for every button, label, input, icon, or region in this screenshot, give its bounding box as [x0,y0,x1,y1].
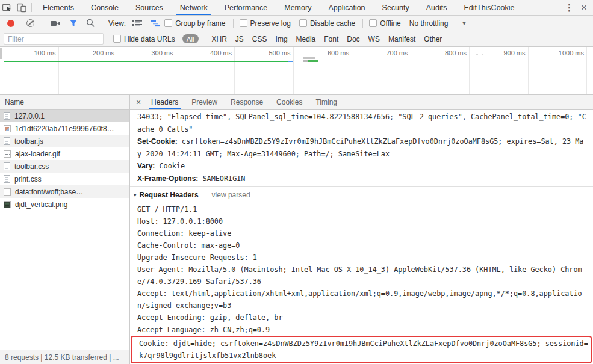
group-by-frame-checkbox[interactable] [164,19,172,27]
table-row[interactable]: data:font/woff;base… [0,185,129,198]
raw-header-line: GET / HTTP/1.1 [130,203,593,215]
filter-type-ws[interactable]: WS [368,35,380,43]
tab-cookies[interactable]: Cookies [270,95,309,109]
tab-performance[interactable]: Performance [216,0,276,15]
filter-type-media[interactable]: Media [296,35,316,43]
filter-type-manifest[interactable]: Manifest [388,35,415,43]
document-icon [4,112,10,120]
table-row[interactable]: ajax-loader.gif [0,147,129,160]
hide-data-urls-checkbox[interactable] [113,35,121,43]
image-icon [4,125,11,132]
table-row[interactable]: toolbar.css [0,160,129,173]
offline-label[interactable]: Offline [380,19,400,28]
raw-header-line: e/74.0.3729.169 Safari/537.36 [130,276,593,288]
header-value: csrftoken=z4sDnWBZDz5Y9zIvr0mI9hJBmCciPu… [178,137,584,146]
tab-application[interactable]: Application [320,0,373,15]
divider [362,19,363,28]
search-icon[interactable] [86,19,95,28]
tab-elements[interactable]: Elements [34,0,82,15]
table-row[interactable]: print.css [0,173,129,185]
raw-header-line: Upgrade-Insecure-Requests: 1 [130,251,593,264]
divider [31,3,32,12]
tab-response[interactable]: Response [224,95,270,109]
header-value: Cookie [155,162,185,170]
large-request-rows-icon[interactable] [132,20,142,27]
timeline-tick: 1000 ms [529,47,588,94]
close-details-icon[interactable]: × [132,97,144,107]
offline-checkbox[interactable] [369,19,377,27]
tab-preview[interactable]: Preview [185,95,224,109]
tab-timing[interactable]: Timing [309,95,344,109]
preserve-log-checkbox[interactable] [240,19,247,27]
chevron-down-icon[interactable]: ▼ [461,20,467,26]
table-row[interactable]: 1d1df6220ab711e9996760f8… [0,122,129,135]
requests-summary: 8 requests | 12.5 KB transferred | ... [5,353,119,362]
cookie-header-line: k7qr98l9gdlritjslxfb51vx2lnb8oek [132,350,591,362]
raw-header-line: Connection: keep-alive [130,227,593,239]
timeline-tick: 800 ms [411,47,470,94]
tab-headers[interactable]: Headers [144,95,185,109]
filter-bar: Hide data URLs All XHR JS CSS Img Media … [0,31,593,47]
image-icon [4,150,11,158]
tab-security[interactable]: Security [374,0,418,15]
request-name: print.css [14,175,42,184]
image-icon [4,201,11,208]
view-parsed-link[interactable]: view parsed [212,191,250,199]
table-row[interactable]: 127.0.0.1 [0,110,129,122]
table-row[interactable]: djdt_vertical.png [0,198,129,211]
overview-domcontentloaded-line [288,61,293,62]
more-options-icon[interactable]: ⋮ [560,2,579,13]
device-toolbar-icon[interactable] [14,1,29,15]
header-value: ache 0 Calls" [137,125,193,134]
highlighted-cookie-header: Cookie: djdt=hide; csrftoken=z4sDnWBZDz5… [131,336,592,363]
section-title: Request Headers [140,191,199,199]
tab-sources[interactable]: Sources [127,0,172,15]
overview-load-line [4,61,288,62]
timeline-tick: 600 ms [294,47,353,94]
tab-audits[interactable]: Audits [418,0,456,15]
tab-network[interactable]: Network [172,0,216,15]
disable-cache-checkbox[interactable] [299,19,307,27]
hide-data-urls-label[interactable]: Hide data URLs [124,35,175,43]
clear-icon[interactable] [26,19,34,27]
divider [233,19,234,28]
inspect-element-icon[interactable] [0,1,14,15]
filter-type-img[interactable]: Img [276,35,288,43]
tab-memory[interactable]: Memory [276,0,320,15]
filter-type-doc[interactable]: Doc [347,35,359,43]
filter-type-css[interactable]: CSS [252,35,267,43]
request-name: ajax-loader.gif [15,150,60,158]
disable-cache-label[interactable]: Disable cache [310,19,355,28]
document-icon [4,137,10,145]
request-name: toolbar.css [14,162,49,171]
divider [43,19,43,28]
network-overview-timeline[interactable]: 100 ms 200 ms 300 ms 400 ms 500 ms 600 m… [0,47,593,95]
overview-resize-handle[interactable] [0,48,2,59]
throttling-select[interactable]: No throttling [409,19,449,28]
headers-content: 34033; "Elapsed time", SQLPanel_sql_time… [130,110,593,364]
filter-type-js[interactable]: JS [235,35,244,43]
group-by-frame-label[interactable]: Group by frame [175,19,225,28]
filter-type-xhr[interactable]: XHR [212,35,227,43]
divider [205,34,205,43]
tab-editthiscookie[interactable]: EditThisCookie [455,0,523,15]
preserve-log-label[interactable]: Preserve log [250,19,291,28]
request-headers-section[interactable]: ▾ Request Headers view parsed [130,187,593,203]
request-name: 1d1df6220ab711e9996760f8… [15,125,114,133]
close-devtools-icon[interactable]: × [579,2,593,14]
filter-type-font[interactable]: Font [324,35,338,43]
tab-console[interactable]: Console [82,0,127,15]
capture-screenshots-icon[interactable] [50,19,61,28]
filter-input[interactable] [4,33,104,45]
requests-sidebar: Name 127.0.0.1 1d1df6220ab711e9996760f8…… [0,95,130,364]
filter-type-all[interactable]: All [182,34,199,43]
filter-icon[interactable] [69,19,78,27]
raw-header-line: User-Agent: Mozilla/5.0 (Macintosh; Inte… [130,264,593,276]
filter-type-other[interactable]: Other [424,35,442,43]
record-icon[interactable] [7,20,14,27]
show-overview-icon[interactable] [151,20,160,27]
expander-triangle-icon[interactable]: ▾ [134,192,137,198]
raw-header-line: Cache-Control: max-age=0 [130,239,593,251]
table-row[interactable]: toolbar.js [0,135,129,147]
name-column-header[interactable]: Name [0,95,129,110]
